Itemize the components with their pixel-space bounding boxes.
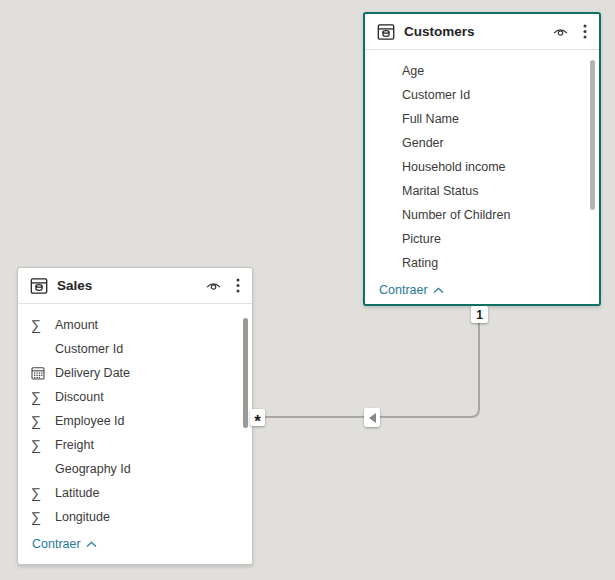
- field-row[interactable]: ∑ Freight: [18, 433, 252, 457]
- relationship-path[interactable]: [253, 323, 479, 417]
- field-row[interactable]: ∑ Discount: [18, 385, 252, 409]
- sigma-icon: ∑: [31, 390, 55, 404]
- sigma-icon: ∑: [31, 414, 55, 428]
- calendar-icon: [31, 366, 55, 380]
- table-icon: [30, 277, 48, 295]
- table-header-customers[interactable]: Customers: [365, 14, 599, 50]
- chevron-up-icon: [433, 287, 444, 294]
- field-row[interactable]: Gender: [365, 131, 599, 155]
- table-title: Sales: [57, 278, 205, 293]
- field-list-customers: Age Customer Id Full Name Gender Househo…: [365, 50, 599, 297]
- field-list-sales: ∑ Amount Customer Id: [18, 304, 252, 551]
- scrollbar[interactable]: [243, 318, 248, 428]
- sigma-icon: ∑: [31, 510, 55, 524]
- more-options-icon[interactable]: [580, 22, 590, 41]
- table-card-sales[interactable]: Sales ∑ Amount Cu: [17, 267, 253, 565]
- table-header-sales[interactable]: Sales: [18, 268, 252, 304]
- field-row[interactable]: Household income: [365, 155, 599, 179]
- cardinality-one-marker[interactable]: 1: [471, 306, 488, 323]
- sigma-icon: ∑: [31, 486, 55, 500]
- eye-icon[interactable]: [552, 24, 569, 39]
- collapse-link[interactable]: Contraer: [365, 283, 599, 297]
- field-row[interactable]: Marital Status: [365, 179, 599, 203]
- field-row[interactable]: ∑ Longitude: [18, 505, 252, 529]
- collapse-link[interactable]: Contraer: [18, 537, 252, 551]
- scrollbar[interactable]: [590, 60, 595, 210]
- field-row[interactable]: ∑ Latitude: [18, 481, 252, 505]
- field-row[interactable]: Rating: [365, 251, 599, 275]
- table-card-customers[interactable]: Customers Age Cu: [363, 12, 601, 306]
- cardinality-many-marker[interactable]: *: [250, 409, 265, 426]
- field-row[interactable]: Customer Id: [365, 83, 599, 107]
- field-row[interactable]: ∑ Employee Id: [18, 409, 252, 433]
- collapse-label: Contraer: [379, 283, 428, 297]
- field-row[interactable]: ∑ Amount: [18, 313, 252, 337]
- field-row[interactable]: Customer Id: [18, 337, 252, 361]
- field-row[interactable]: Age: [365, 59, 599, 83]
- field-row[interactable]: Full Name: [365, 107, 599, 131]
- table-title: Customers: [404, 24, 552, 39]
- field-row[interactable]: Delivery Date: [18, 361, 252, 385]
- table-icon: [377, 23, 395, 41]
- sigma-icon: ∑: [31, 438, 55, 452]
- eye-icon[interactable]: [205, 278, 222, 293]
- field-row[interactable]: Picture: [365, 227, 599, 251]
- chevron-up-icon: [86, 541, 97, 548]
- sigma-icon: ∑: [31, 318, 55, 332]
- more-options-icon[interactable]: [233, 276, 243, 295]
- field-row[interactable]: Geography Id: [18, 457, 252, 481]
- collapse-label: Contraer: [32, 537, 81, 551]
- field-row[interactable]: Number of Children: [365, 203, 599, 227]
- left-triangle-icon: [369, 413, 376, 423]
- model-canvas: Customers Age Cu: [0, 0, 615, 580]
- filter-direction-arrow[interactable]: [364, 408, 380, 427]
